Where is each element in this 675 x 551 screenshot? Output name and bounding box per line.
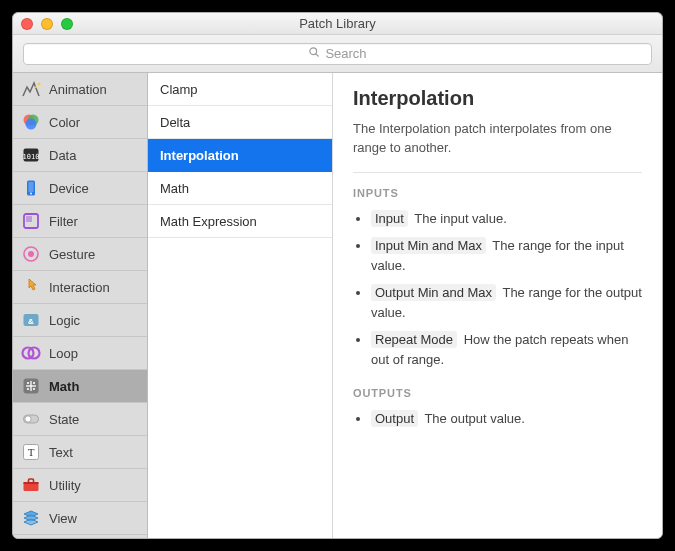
search-icon [308, 46, 320, 61]
param-item: Input The input value. [371, 209, 642, 229]
sidebar-item-view[interactable]: View [13, 502, 147, 535]
svg-text:&: & [28, 317, 34, 326]
sidebar-item-text[interactable]: TText [13, 436, 147, 469]
math-icon [21, 376, 41, 396]
close-button[interactable] [21, 18, 33, 30]
data-icon: 1010 [21, 145, 41, 165]
svg-text:1010: 1010 [23, 153, 40, 161]
sidebar-item-label: Data [49, 148, 76, 163]
category-sidebar: AnimationColor1010DataDeviceFilterGestur… [13, 73, 148, 538]
sidebar-item-loop[interactable]: Loop [13, 337, 147, 370]
patch-item-clamp[interactable]: Clamp [148, 73, 332, 106]
minimize-button[interactable] [41, 18, 53, 30]
patch-item-interpolation[interactable]: Interpolation [148, 139, 332, 172]
sidebar-item-label: Filter [49, 214, 78, 229]
param-item: Output Min and Max The range for the out… [371, 283, 642, 322]
sidebar-item-label: Math [49, 379, 79, 394]
body: AnimationColor1010DataDeviceFilterGestur… [13, 73, 662, 538]
utility-icon [21, 475, 41, 495]
inputs-list: Input The input value.Input Min and Max … [353, 209, 642, 370]
param-name: Input Min and Max [371, 237, 486, 254]
interaction-icon [21, 277, 41, 297]
patch-item-math[interactable]: Math [148, 172, 332, 205]
sidebar-item-label: Logic [49, 313, 80, 328]
zoom-button[interactable] [61, 18, 73, 30]
sidebar-item-label: Loop [49, 346, 78, 361]
param-item: Output The output value. [371, 409, 642, 429]
sidebar-item-utility[interactable]: Utility [13, 469, 147, 502]
svg-point-22 [33, 382, 35, 384]
sidebar-item-device[interactable]: Device [13, 172, 147, 205]
window-controls [21, 18, 73, 30]
param-item: Input Min and Max The range for the inpu… [371, 236, 642, 275]
sidebar-item-label: Text [49, 445, 73, 460]
param-name: Output [371, 410, 418, 427]
patch-item-math-expression[interactable]: Math Expression [148, 205, 332, 238]
titlebar: Patch Library [13, 13, 662, 35]
sidebar-item-math[interactable]: Math [13, 370, 147, 403]
sidebar-item-gesture[interactable]: Gesture [13, 238, 147, 271]
state-icon [21, 409, 41, 429]
window-title: Patch Library [13, 16, 662, 31]
logic-icon: & [21, 310, 41, 330]
svg-line-1 [316, 54, 319, 57]
sidebar-item-filter[interactable]: Filter [13, 205, 147, 238]
param-name: Repeat Mode [371, 331, 457, 348]
sidebar-item-label: State [49, 412, 79, 427]
search-input[interactable]: Search [23, 43, 652, 65]
svg-point-15 [28, 251, 34, 257]
sidebar-item-logic[interactable]: &Logic [13, 304, 147, 337]
detail-pane: Interpolation The Interpolation patch in… [333, 73, 662, 538]
gesture-icon [21, 244, 41, 264]
svg-point-0 [310, 48, 317, 55]
sidebar-item-interaction[interactable]: Interaction [13, 271, 147, 304]
svg-point-11 [30, 193, 32, 195]
svg-point-24 [33, 388, 35, 390]
svg-point-23 [27, 388, 29, 390]
param-name: Input [371, 210, 408, 227]
svg-point-6 [26, 119, 37, 130]
sidebar-item-data[interactable]: 1010Data [13, 139, 147, 172]
view-icon [21, 508, 41, 528]
svg-point-3 [35, 86, 37, 88]
svg-rect-10 [29, 182, 34, 192]
sidebar-item-label: Utility [49, 478, 81, 493]
outputs-list: Output The output value. [353, 409, 642, 429]
device-icon [21, 178, 41, 198]
param-desc: The input value. [411, 211, 507, 226]
divider [353, 172, 642, 173]
param-name: Output Min and Max [371, 284, 496, 301]
inputs-heading: INPUTS [353, 187, 642, 199]
patch-item-delta[interactable]: Delta [148, 106, 332, 139]
svg-point-28 [25, 416, 31, 422]
svg-point-21 [27, 382, 29, 384]
detail-description: The Interpolation patch interpolates fro… [353, 120, 642, 158]
text-icon: T [21, 442, 41, 462]
sidebar-item-label: Device [49, 181, 89, 196]
sidebar-item-label: Gesture [49, 247, 95, 262]
filter-icon [21, 211, 41, 231]
sidebar-item-label: View [49, 511, 77, 526]
svg-text:T: T [28, 446, 35, 458]
param-desc: The output value. [421, 411, 525, 426]
window: Patch Library Search AnimationColor1010D… [12, 12, 663, 539]
patch-list: ClampDeltaInterpolationMathMath Expressi… [148, 73, 333, 538]
svg-rect-33 [29, 479, 34, 483]
detail-title: Interpolation [353, 87, 642, 110]
sidebar-item-label: Color [49, 115, 80, 130]
search-placeholder: Search [325, 46, 366, 61]
outputs-heading: OUTPUTS [353, 387, 642, 399]
param-item: Repeat Mode How the patch repeats when o… [371, 330, 642, 369]
animation-icon [21, 79, 41, 99]
loop-icon [21, 343, 41, 363]
sidebar-item-label: Interaction [49, 280, 110, 295]
color-icon [21, 112, 41, 132]
sidebar-item-label: Animation [49, 82, 107, 97]
sidebar-item-animation[interactable]: Animation [13, 73, 147, 106]
svg-point-2 [38, 83, 41, 86]
svg-rect-13 [26, 216, 32, 222]
toolbar: Search [13, 35, 662, 73]
sidebar-item-color[interactable]: Color [13, 106, 147, 139]
sidebar-item-state[interactable]: State [13, 403, 147, 436]
